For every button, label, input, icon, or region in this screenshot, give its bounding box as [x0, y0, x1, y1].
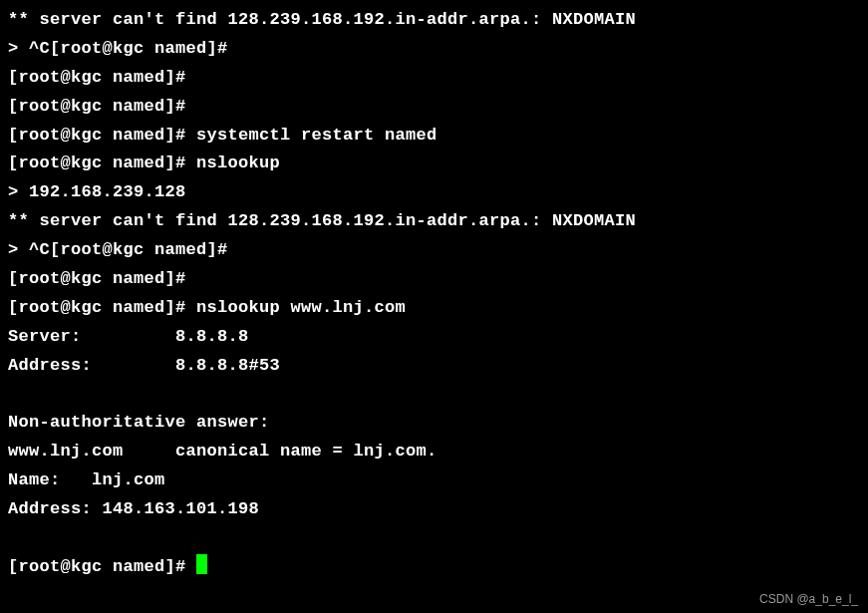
terminal-prompt-line: [root@kgc named]#	[8, 93, 860, 122]
terminal-prompt-line: [root@kgc named]#	[8, 64, 860, 93]
terminal-prompt-line: > ^C[root@kgc named]#	[8, 35, 860, 64]
terminal-output-line: ** server can't find 128.239.168.192.in-…	[8, 6, 860, 35]
terminal-prompt-line: > ^C[root@kgc named]#	[8, 236, 860, 265]
terminal-output-line: Server: 8.8.8.8	[8, 323, 860, 352]
terminal-output-line: ** server can't find 128.239.168.192.in-…	[8, 207, 860, 236]
terminal-output-line: Address: 8.8.8.8#53	[8, 352, 860, 381]
terminal-output-line: www.lnj.com canonical name = lnj.com.	[8, 438, 860, 466]
cursor-icon	[196, 554, 207, 574]
watermark-text: CSDN @a_b_e_l_	[759, 589, 858, 609]
terminal-output-line: Non-authoritative answer:	[8, 409, 860, 438]
prompt-text: [root@kgc named]#	[8, 557, 196, 576]
terminal-command-line: [root@kgc named]# nslookup	[8, 150, 860, 178]
terminal-input-line: > 192.168.239.128	[8, 178, 860, 207]
terminal-output-line: Name: lnj.com	[8, 466, 860, 495]
terminal-blank-line	[8, 524, 860, 553]
terminal-blank-line	[8, 381, 860, 410]
terminal-command-line: [root@kgc named]# nslookup www.lnj.com	[8, 294, 860, 323]
terminal-output-line: Address: 148.163.101.198	[8, 495, 860, 524]
terminal-prompt-line: [root@kgc named]#	[8, 265, 860, 294]
terminal-active-prompt[interactable]: [root@kgc named]#	[8, 553, 860, 582]
terminal-command-line: [root@kgc named]# systemctl restart name…	[8, 122, 860, 151]
